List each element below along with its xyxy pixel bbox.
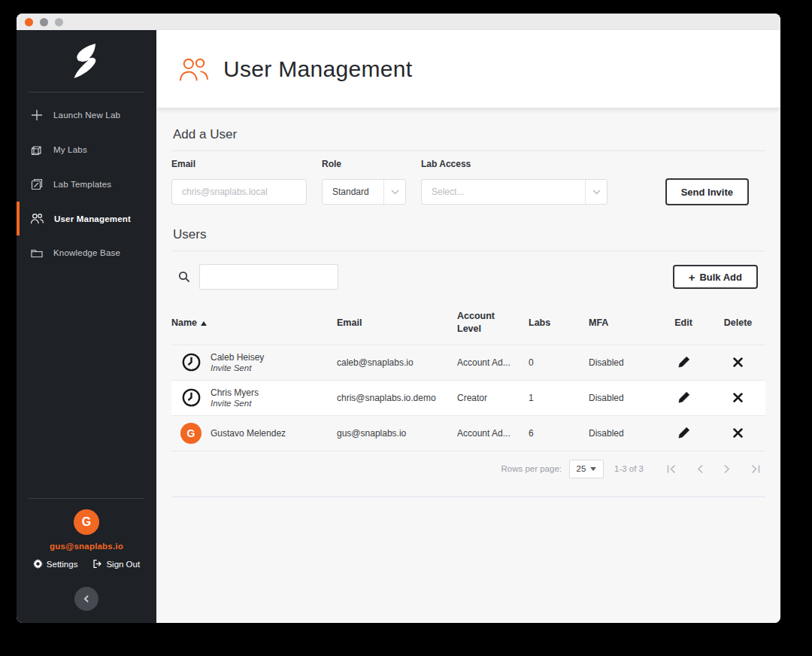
column-header-name[interactable]: Name — [171, 317, 337, 328]
pending-invite-indicator — [171, 387, 211, 408]
users-table-header: Name Email Account Level Labs MFA Edit D… — [171, 305, 765, 345]
users-icon — [30, 212, 44, 225]
user-mfa-status: Disabled — [589, 357, 656, 368]
sidebar-item-label: Knowledge Base — [53, 248, 120, 257]
lab-access-select[interactable]: Select... — [421, 179, 607, 205]
collapse-sidebar-button[interactable] — [74, 587, 98, 611]
settings-button[interactable]: Settings — [33, 559, 78, 569]
cube-icon — [30, 143, 44, 156]
table-row: G Gustavo Melendez gus@snaplabs.io Accou… — [171, 415, 765, 451]
user-labs-count: 6 — [529, 428, 589, 439]
settings-label: Settings — [47, 560, 78, 569]
user-mfa-status: Disabled — [589, 393, 656, 403]
rows-per-page-select[interactable]: 25 — [569, 460, 604, 478]
invite-status: Invite Sent — [211, 399, 337, 408]
lightning-s-logo-icon — [67, 41, 106, 80]
column-header-email[interactable]: Email — [337, 317, 457, 328]
page-content: Add a User Email Role Standard — [156, 108, 780, 623]
edit-user-button[interactable] — [656, 356, 710, 369]
users-toolbar: + Bulk Add — [171, 264, 765, 290]
rows-per-page-label: Rows per page: — [501, 464, 562, 473]
caret-down-icon — [590, 467, 596, 471]
user-name: Chris Myers — [211, 387, 337, 398]
users-icon — [177, 56, 211, 83]
page-title: User Management — [223, 56, 412, 82]
user-account-level: Account Ad... — [457, 428, 529, 439]
templates-icon — [30, 178, 44, 191]
sidebar-nav: Launch New Lab My Labs Lab Templates Use… — [17, 93, 156, 270]
previous-page-button[interactable] — [696, 464, 704, 474]
chevron-down-icon — [592, 190, 601, 195]
user-account-level: Account Ad... — [457, 357, 529, 368]
plus-icon — [30, 108, 44, 122]
edit-user-button[interactable] — [656, 391, 710, 404]
window-titlebar — [17, 14, 780, 30]
sign-out-label: Sign Out — [106, 560, 140, 569]
page-header: User Management — [156, 30, 780, 108]
user-avatar: G — [180, 423, 201, 444]
sidebar-item-launch-new-lab[interactable]: Launch New Lab — [17, 98, 156, 132]
user-mfa-status: Disabled — [589, 428, 656, 439]
minimize-window-button[interactable] — [40, 18, 48, 26]
sidebar: Launch New Lab My Labs Lab Templates Use… — [17, 30, 156, 623]
add-user-section-title: Add a User — [171, 108, 765, 150]
lab-access-label: Lab Access — [421, 159, 607, 169]
sidebar-item-label: User Management — [54, 214, 131, 223]
add-user-form: Email Role Standard Lab Access Select — [171, 159, 765, 205]
sign-out-icon — [92, 559, 102, 569]
bulk-add-button[interactable]: + Bulk Add — [673, 265, 758, 289]
first-page-button[interactable] — [666, 464, 677, 474]
lab-access-placeholder: Select... — [422, 187, 585, 197]
section-divider — [171, 251, 765, 251]
user-account-level: Creator — [457, 393, 529, 403]
role-label: Role — [322, 159, 406, 169]
pencil-icon — [677, 391, 690, 404]
sidebar-item-user-management[interactable]: User Management — [17, 202, 156, 235]
app-window: Launch New Lab My Labs Lab Templates Use… — [17, 14, 780, 623]
column-header-mfa[interactable]: MFA — [589, 317, 656, 328]
edit-user-button[interactable] — [656, 427, 710, 439]
sidebar-item-label: Launch New Lab — [53, 111, 120, 120]
user-name: Caleb Heisey — [211, 352, 337, 363]
users-table: Name Email Account Level Labs MFA Edit D… — [171, 305, 765, 497]
sidebar-item-label: My Labs — [53, 145, 87, 154]
users-section-title: Users — [171, 205, 765, 251]
send-invite-label: Send Invite — [681, 187, 733, 198]
email-field[interactable] — [171, 179, 307, 205]
search-input[interactable] — [199, 264, 338, 290]
column-header-labs[interactable]: Labs — [529, 317, 589, 328]
sidebar-item-knowledge-base[interactable]: Knowledge Base — [17, 235, 156, 270]
x-icon — [733, 357, 743, 367]
sign-out-button[interactable]: Sign Out — [92, 559, 140, 569]
sort-ascending-icon — [201, 321, 207, 326]
clock-icon — [181, 387, 201, 408]
send-invite-button[interactable]: Send Invite — [665, 178, 749, 205]
column-header-edit: Edit — [656, 317, 710, 328]
sidebar-user-panel: G gus@snaplabs.io Settings Sign Out — [17, 498, 156, 623]
bottom-divider — [171, 497, 765, 497]
section-divider — [171, 150, 765, 151]
sidebar-item-label: Lab Templates — [53, 180, 111, 189]
folder-icon — [30, 246, 44, 260]
pagination-range: 1-3 of 3 — [614, 464, 644, 473]
delete-user-button[interactable] — [710, 357, 765, 367]
sidebar-item-my-labs[interactable]: My Labs — [17, 132, 156, 167]
sidebar-item-lab-templates[interactable]: Lab Templates — [17, 167, 156, 202]
next-page-button[interactable] — [723, 464, 731, 474]
delete-user-button[interactable] — [710, 393, 765, 402]
user-avatar: G — [74, 509, 99, 535]
user-email: gus@snaplabs.io — [337, 428, 457, 439]
column-header-account-level[interactable]: Account Level — [457, 310, 529, 336]
pencil-icon — [677, 356, 690, 369]
plus-icon: + — [689, 271, 695, 284]
user-labs-count: 0 — [529, 357, 589, 368]
bulk-add-label: Bulk Add — [699, 272, 742, 283]
close-window-button[interactable] — [25, 18, 33, 26]
clock-icon — [181, 352, 201, 372]
role-selected-value: Standard — [323, 187, 383, 197]
delete-user-button[interactable] — [710, 428, 765, 438]
maximize-window-button[interactable] — [55, 18, 63, 26]
last-page-button[interactable] — [750, 464, 761, 474]
role-select[interactable]: Standard — [322, 179, 406, 205]
x-icon — [733, 393, 743, 402]
